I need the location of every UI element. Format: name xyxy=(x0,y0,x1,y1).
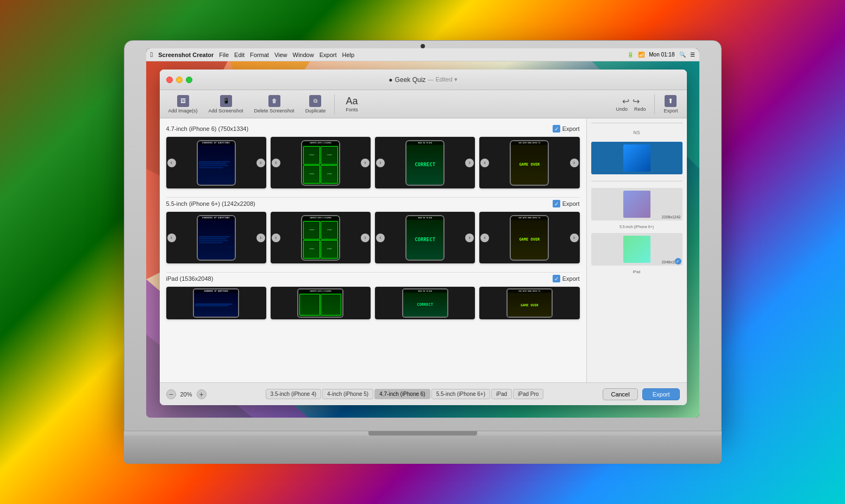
screenshot-frame-bz2: BUZZ IN TO WIN CORRECT ‹ xyxy=(375,212,475,263)
panel-thumb-3[interactable]: 2048x1536 ✓ xyxy=(591,233,683,266)
toolbar-export-button[interactable]: ⬆ Export xyxy=(659,93,682,116)
iphone6plus-section-header: 5.5-inch (iPhone 6+) (1242x2208) ✓ Expor… xyxy=(166,200,580,207)
nav-left-arrow[interactable]: ‹ xyxy=(167,159,176,167)
panel-label: NS xyxy=(591,130,683,135)
redo-button[interactable]: ↪ xyxy=(633,96,640,106)
table-row[interactable]: COMPETE WITH 4 PLAYERS JOINED JOINED JOI… xyxy=(271,212,371,263)
panel-thumb-2[interactable]: 2208x1242 xyxy=(591,188,683,220)
format-menu[interactable]: Format xyxy=(250,52,269,58)
screen-content:  Screenshot Creator File Edit Format Vi… xyxy=(146,48,699,418)
iphone6plus-screenshots-grid: HUNDREDS OF QUESTIONS xyxy=(166,212,580,263)
screenshot-frame-ap2: USE WITH YOUR APPLE TV GAME OVER ‹ xyxy=(479,212,579,263)
add-screenshot-label: Add Screenshot xyxy=(209,108,243,114)
ipad-export-check[interactable]: ✓ Export xyxy=(553,275,580,282)
table-row[interactable]: HUNDREDS OF QUESTIONS xyxy=(166,137,266,188)
maximize-button[interactable] xyxy=(186,77,192,83)
table-row[interactable]: HUNDREDS OF QUESTIONS xyxy=(166,287,266,319)
ipad-section-header: iPad (1536x2048) ✓ Export xyxy=(166,275,580,282)
ss-bz1-title: BUZZ IN TO WIN xyxy=(406,141,443,145)
table-row[interactable]: USE WITH YOUR APPLE TV GAME OVER xyxy=(479,287,579,319)
tab-iphone5[interactable]: 4-inch (iPhone 5) xyxy=(322,389,373,399)
iphone6-section-header: 4.7-inch (iPhone 6) (750x1334) ✓ Export xyxy=(166,125,580,133)
window-menu[interactable]: Window xyxy=(293,52,314,58)
app-name-menu[interactable]: Screenshot Creator xyxy=(158,52,214,58)
nav-left-arrow[interactable]: ‹ xyxy=(480,159,489,167)
nav-left-arrow[interactable]: ‹ xyxy=(272,234,280,242)
export-icon-label: Export xyxy=(664,108,678,114)
nav-left-arrow[interactable]: ‹ xyxy=(167,234,176,242)
minimize-button[interactable] xyxy=(176,77,183,83)
iphone6-export-check[interactable]: ✓ Export xyxy=(553,125,580,133)
zoom-out-button[interactable]: − xyxy=(166,389,176,399)
duplicate-button[interactable]: ⧉ Duplicate xyxy=(301,93,330,116)
nav-left-arrow[interactable]: ‹ xyxy=(376,159,385,167)
edited-indicator: ● xyxy=(389,76,392,84)
screenshot-frame-qs1: HUNDREDS OF QUESTIONS xyxy=(166,137,266,188)
apple-menu-icon[interactable]:  xyxy=(151,51,153,59)
nav-right-arrow[interactable]: › xyxy=(570,234,579,242)
nav-right-arrow[interactable]: › xyxy=(256,234,265,242)
zoom-in-button[interactable]: + xyxy=(197,389,206,399)
nav-left-arrow[interactable]: ‹ xyxy=(376,234,385,242)
ipad-screenshots-grid: HUNDREDS OF QUESTIONS xyxy=(166,287,580,319)
table-row[interactable]: BUZZ IN TO WIN CORRECT ‹ xyxy=(375,212,475,263)
nav-right-arrow[interactable]: › xyxy=(361,234,370,242)
delete-screenshot-button[interactable]: 🗑 Delete Screenshot xyxy=(250,93,299,116)
table-row[interactable]: BUZZ IN TO WIN CORRECT ‹ xyxy=(375,137,475,188)
desktop-background: ● Geek Quiz — Edited ▾ 🖼 Add Image(s) xyxy=(146,61,699,418)
search-icon[interactable]: 🔍 xyxy=(679,52,686,58)
nav-right-arrow[interactable]: › xyxy=(256,159,265,167)
nav-right-arrow[interactable]: › xyxy=(361,159,370,167)
gameover-text-1: GAME OVER xyxy=(519,162,540,167)
tab-iphone4[interactable]: 3.5-inch (iPhone 4) xyxy=(266,389,322,399)
screen-bezel:  Screenshot Creator File Edit Format Vi… xyxy=(146,48,699,418)
ipad-checkbox[interactable]: ✓ xyxy=(553,275,560,282)
table-row[interactable]: USE WITH YOUR APPLE TV GAME OVER ‹ xyxy=(479,212,579,263)
view-menu[interactable]: View xyxy=(274,52,287,58)
fonts-icon: Aa xyxy=(346,96,358,107)
duplicate-label: Duplicate xyxy=(305,108,326,114)
window-titlebar: ● Geek Quiz — Edited ▾ xyxy=(160,70,687,90)
iphone6-checkbox[interactable]: ✓ xyxy=(553,125,560,133)
nav-right-arrow[interactable]: › xyxy=(570,159,579,167)
export-menu[interactable]: Export xyxy=(320,52,337,58)
ss-ap1-title: USE WITH YOUR APPLE TV xyxy=(511,141,548,145)
table-row[interactable]: COMPETE WITH 4 PLAYERS JOINED JOINED JOI… xyxy=(271,137,371,188)
list-icon[interactable]: ☰ xyxy=(690,52,695,58)
app-window: ● Geek Quiz — Edited ▾ 🖼 Add Image(s) xyxy=(160,70,687,405)
iphone6plus-export-check[interactable]: ✓ Export xyxy=(553,200,580,207)
add-image-icon: 🖼 xyxy=(177,95,189,107)
file-menu[interactable]: File xyxy=(219,52,229,58)
tab-ipad-pro[interactable]: iPad Pro xyxy=(513,389,543,399)
export-button[interactable]: Export xyxy=(642,388,680,400)
table-row[interactable]: USE WITH YOUR APPLE TV GAME OVER ‹ xyxy=(479,137,579,188)
nav-right-arrow[interactable]: › xyxy=(465,159,474,167)
section-divider-2 xyxy=(166,272,580,273)
help-menu[interactable]: Help xyxy=(342,52,354,58)
bottom-bar: − 20% + 3.5-inch (iPhone 4) 4-inch (iPho… xyxy=(160,382,687,405)
screenshot-frame-qs3: HUNDREDS OF QUESTIONS xyxy=(166,287,266,319)
nav-right-arrow[interactable]: › xyxy=(465,234,474,242)
undo-button[interactable]: ↩ xyxy=(622,96,629,106)
nav-left-arrow[interactable]: ‹ xyxy=(480,234,489,242)
panel-thumb-1[interactable] xyxy=(591,142,683,174)
table-row[interactable]: BUZZ IN TO WIN CORRECT xyxy=(375,287,475,319)
ipad-section: iPad (1536x2048) ✓ Export xyxy=(166,275,580,319)
device-tabs: 3.5-inch (iPhone 4) 4-inch (iPhone 5) 4.… xyxy=(266,389,544,399)
window-edited-text: — Edited ▾ xyxy=(428,76,457,83)
cancel-button[interactable]: Cancel xyxy=(603,388,637,400)
tab-ipad[interactable]: iPad xyxy=(491,389,512,399)
iphone6plus-checkbox[interactable]: ✓ xyxy=(553,200,560,207)
add-image-button[interactable]: 🖼 Add Image(s) xyxy=(164,93,202,116)
zoom-controls: − 20% + xyxy=(166,389,206,399)
table-row[interactable]: COMPETE WITH 4 PLAYERS xyxy=(271,287,371,319)
close-button[interactable] xyxy=(166,77,173,83)
nav-left-arrow[interactable]: ‹ xyxy=(272,159,280,167)
table-row[interactable]: HUNDREDS OF QUESTIONS xyxy=(166,212,266,263)
fonts-button[interactable]: Aa Fonts xyxy=(339,93,365,115)
tab-iphone6[interactable]: 4.7-inch (iPhone 6) xyxy=(374,389,430,399)
edit-menu[interactable]: Edit xyxy=(234,52,245,58)
add-screenshot-button[interactable]: 📱 Add Screenshot xyxy=(204,93,248,116)
tab-iphone6plus[interactable]: 5.5-inch (iPhone 6+) xyxy=(431,389,490,399)
export-icon: ⬆ xyxy=(665,95,677,107)
